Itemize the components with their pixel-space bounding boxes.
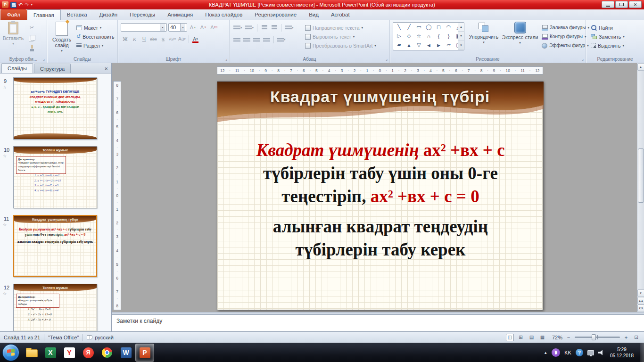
arrange-button[interactable]: Упорядочить ▾ [469, 22, 498, 44]
start-button[interactable] [2, 344, 19, 361]
shapes-scroll-up-button[interactable]: ▲ [458, 23, 464, 32]
zoom-in-button[interactable]: + [623, 334, 629, 341]
animation-star-icon[interactable]: ☆ [3, 85, 7, 90]
show-desktop-button[interactable] [640, 343, 644, 362]
tab-slideshow[interactable]: Показ слайдов [199, 9, 248, 20]
close-button[interactable]: ✕ [629, 1, 642, 8]
increase-indent-button[interactable] [270, 23, 279, 32]
help-tray-icon[interactable]: ? [576, 349, 583, 356]
scroll-up-button[interactable]: ▲ [637, 63, 644, 71]
tab-insert[interactable]: Вставка [61, 9, 93, 20]
font-name-combo[interactable]: ▾ [121, 23, 167, 32]
underline-button[interactable]: Ч [140, 34, 149, 43]
bullets-button[interactable]: ▾ [232, 23, 243, 32]
taskbar-yandex-button[interactable]: Y [60, 344, 79, 362]
decrease-indent-button[interactable] [260, 23, 269, 32]
slide-title[interactable]: Квадрат үшмүшенің түбірі [217, 88, 543, 106]
previous-slide-button[interactable]: ▲▲ [637, 297, 644, 304]
shapes-row[interactable]: ╲╱▭◯◻◠△ [393, 23, 464, 32]
text-shadow-button[interactable]: S [158, 34, 167, 43]
tab-view[interactable]: Вид [303, 9, 325, 20]
redo-button[interactable]: ↷ [25, 2, 29, 8]
clear-formatting-button[interactable]: А [209, 23, 218, 32]
tab-acrobat[interactable]: Acrobat [325, 9, 356, 20]
zoom-level[interactable]: 72% [549, 335, 562, 340]
reading-view-button[interactable]: ▤ [528, 334, 536, 341]
copy-button[interactable] [27, 33, 36, 42]
scrollbar-track[interactable] [637, 71, 644, 289]
layout-button[interactable]: Макет ▾ [76, 23, 101, 32]
shapes-scroll-down-button[interactable]: ▼ [458, 32, 464, 41]
tab-transitions[interactable]: Переходы [124, 9, 161, 20]
font-name-dropdown-icon[interactable]: ▾ [160, 24, 165, 31]
drawing-dialog-launcher[interactable]: ⌟ [582, 58, 584, 61]
zoom-out-button[interactable]: − [565, 334, 572, 341]
find-button[interactable]: Найти [591, 23, 613, 32]
undo-button[interactable]: ↶ [18, 2, 23, 8]
change-case-button[interactable]: Аа▾ [177, 34, 187, 43]
paragraph-dialog-launcher[interactable]: ⌟ [386, 58, 388, 61]
align-left-button[interactable] [232, 35, 241, 44]
grow-font-button[interactable]: А▲ [189, 23, 198, 32]
slide-sorter-view-button[interactable]: ⊞ [517, 334, 525, 341]
shapes-gallery[interactable]: ╲╱▭◯◻◠△ ▷◇☆∩{}▣ ▰▲▽◄►▱▢ ▲ ▼ ▼ [393, 22, 464, 50]
numbering-button[interactable]: ▾ [244, 23, 255, 32]
shapes-row[interactable]: ▷◇☆∩{}▣ [393, 32, 464, 41]
quick-styles-button[interactable]: Экспресс-стили ▾ [501, 22, 539, 44]
hidden-icons-button[interactable]: ▲ [544, 351, 547, 355]
text-direction-button[interactable]: Направление текста ▾ [305, 23, 363, 32]
vertical-scrollbar[interactable]: ▲ ▼ ▲▲ ▼▼ [637, 63, 644, 312]
scrollbar-thumb[interactable] [638, 148, 644, 203]
minimize-button[interactable] [602, 1, 614, 8]
slide-thumbnail-9[interactable]: 9 ☆ ax²+bx+c ТҮРІНДЕГІ КӨПМҮШЕ КВАДРАТ Ү… [0, 77, 111, 146]
animation-star-icon[interactable]: ☆ [3, 222, 7, 227]
normal-view-button[interactable]: ◫ [506, 334, 514, 341]
slide-canvas[interactable]: Квадрат үшмүшенің түбірі Квадрат үшмүшен… [217, 81, 543, 310]
taskbar-chrome-button[interactable] [98, 344, 116, 362]
tab-design[interactable]: Дизайн [93, 9, 124, 20]
animation-star-icon[interactable]: ☆ [3, 291, 7, 296]
scroll-down-button[interactable]: ▼ [637, 289, 644, 297]
clock[interactable]: 5:29 05.12.2018 [608, 346, 636, 359]
justify-button[interactable] [262, 35, 271, 44]
tab-home[interactable]: Главная [27, 9, 61, 20]
replace-button[interactable]: Заменить ▾ [591, 32, 625, 41]
taskbar-explorer-button[interactable] [22, 344, 41, 362]
shapes-more-button[interactable]: ▼ [458, 41, 464, 50]
notes-pane[interactable]: Заметки к слайду [112, 315, 644, 331]
columns-button[interactable]: ▾ [276, 35, 287, 44]
smartart-button[interactable]: Преобразовать в SmartArt ▾ [305, 41, 376, 50]
line-spacing-button[interactable]: ▾ [284, 23, 295, 32]
tab-slides-pane[interactable]: Слайды [1, 63, 33, 73]
shape-fill-button[interactable]: Заливка фигуры ▾ [542, 23, 589, 32]
fit-to-window-button[interactable]: ⊡ [632, 334, 640, 341]
align-text-button[interactable]: Выровнять текст ▾ [305, 32, 355, 41]
font-size-combo[interactable]: 40▾ [168, 23, 187, 32]
language-status[interactable]: русский [95, 335, 113, 340]
bold-button[interactable]: Ж [121, 34, 130, 43]
select-button[interactable]: Выделить ▾ [591, 41, 624, 50]
shape-effects-button[interactable]: Эффекты фигур ▾ [542, 41, 589, 50]
slide-thumbnail-10[interactable]: 10 ☆ Топпен жұмыс Дескриптор: •Квадрат ү… [0, 146, 111, 215]
microphone-tray-icon[interactable] [552, 348, 560, 357]
taskbar-powerpoint-button[interactable]: P [135, 344, 154, 362]
shape-outline-button[interactable]: Контур фигуры ▾ [542, 32, 586, 41]
zoom-slider-handle[interactable] [592, 334, 596, 340]
format-painter-button[interactable] [27, 44, 36, 53]
shapes-row[interactable]: ▰▲▽◄►▱▢ [393, 41, 464, 49]
new-slide-button[interactable]: Создать слайд ▾ [49, 22, 74, 52]
shapes-gallery-scrollbar[interactable]: ▲ ▼ ▼ [458, 23, 464, 50]
align-right-button[interactable] [252, 35, 261, 44]
save-button[interactable] [10, 2, 17, 8]
italic-button[interactable]: К [130, 34, 139, 43]
cut-button[interactable]: ✂ [27, 23, 36, 32]
network-tray-icon[interactable] [587, 350, 594, 355]
spellcheck-icon[interactable] [87, 335, 92, 339]
font-dialog-launcher[interactable]: ⌟ [225, 58, 227, 61]
reset-slide-button[interactable]: ↺ Восстановить [76, 32, 114, 41]
language-indicator[interactable]: KK [564, 350, 571, 355]
taskbar-word-button[interactable]: W [116, 344, 135, 362]
restore-button[interactable] [615, 1, 628, 8]
qat-customize-button[interactable]: ▾ [31, 3, 33, 7]
font-size-dropdown-icon[interactable]: ▾ [180, 24, 185, 31]
